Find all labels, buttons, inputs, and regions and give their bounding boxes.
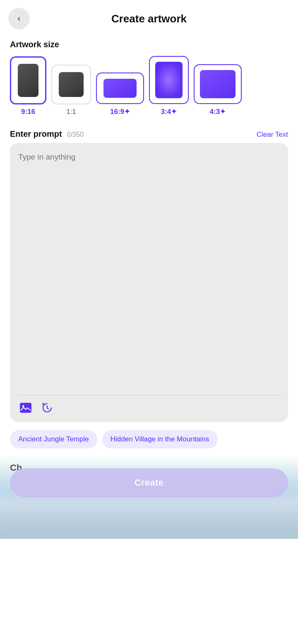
size-option-9-16[interactable]: 9:16: [10, 56, 46, 116]
textarea-toolbar: [18, 399, 281, 415]
history-icon[interactable]: [40, 400, 55, 415]
prompt-header: Enter prompt 0/350 Clear Text: [0, 121, 298, 143]
size-label-3-4: 3:4✦: [161, 107, 177, 116]
size-preview-1-1: [59, 72, 84, 97]
suggestion-chip-0[interactable]: Ancient Jungle Temple: [10, 430, 97, 448]
size-option-3-4[interactable]: 3:4✦: [149, 56, 189, 116]
suggestions-list: Ancient Jungle Temple Hidden Village in …: [0, 422, 298, 452]
size-preview-4-3: [200, 70, 236, 98]
size-option-16-9[interactable]: 16:9✦: [96, 73, 144, 116]
prompt-label: Enter prompt: [10, 129, 62, 138]
size-option-1-1[interactable]: 1:1: [51, 65, 91, 116]
size-preview-9-16: [18, 64, 38, 97]
bottom-area: Ch Create: [0, 456, 298, 539]
image-upload-icon[interactable]: [18, 400, 33, 415]
textarea-divider: [18, 395, 281, 395]
size-card-16-9: [96, 73, 144, 104]
prompt-textarea-container: [10, 143, 288, 422]
size-card-9-16: [10, 56, 46, 104]
header: ‹ Create artwork: [0, 0, 298, 33]
create-button[interactable]: Create: [10, 468, 288, 497]
size-card-3-4: [149, 56, 189, 104]
create-button-container: Create: [10, 468, 288, 497]
size-preview-16-9: [103, 79, 137, 98]
clear-text-button[interactable]: Clear Text: [257, 131, 288, 139]
prompt-input[interactable]: [18, 151, 281, 392]
size-preview-3-4: [155, 62, 183, 98]
prompt-label-group: Enter prompt 0/350: [10, 129, 84, 139]
sparkle-3-4: ✦: [171, 108, 177, 116]
artwork-size-label: Artwork size: [10, 40, 288, 49]
size-options-list: 9:16 1:1 16:9✦ 3:4✦: [10, 56, 288, 118]
size-label-4-3: 4:3✦: [210, 107, 226, 116]
back-icon: ‹: [17, 13, 20, 24]
size-label-16-9: 16:9✦: [110, 107, 130, 116]
size-option-4-3[interactable]: 4:3✦: [194, 64, 242, 116]
svg-rect-0: [20, 403, 31, 413]
back-button[interactable]: ‹: [8, 8, 30, 29]
size-card-4-3: [194, 64, 242, 104]
suggestion-chip-1[interactable]: Hidden Village in the Mountains: [102, 430, 218, 448]
sparkle-4-3: ✦: [220, 108, 226, 116]
sparkle-16-9: ✦: [124, 108, 130, 116]
size-card-1-1: [51, 65, 91, 104]
page-title: Create artwork: [111, 12, 187, 25]
prompt-count: 0/350: [67, 131, 84, 138]
size-label-9-16: 9:16: [21, 108, 35, 116]
artwork-size-section: Artwork size 9:16 1:1 16:9✦: [0, 33, 298, 121]
svg-point-1: [22, 405, 24, 407]
size-label-1-1: 1:1: [66, 108, 76, 116]
